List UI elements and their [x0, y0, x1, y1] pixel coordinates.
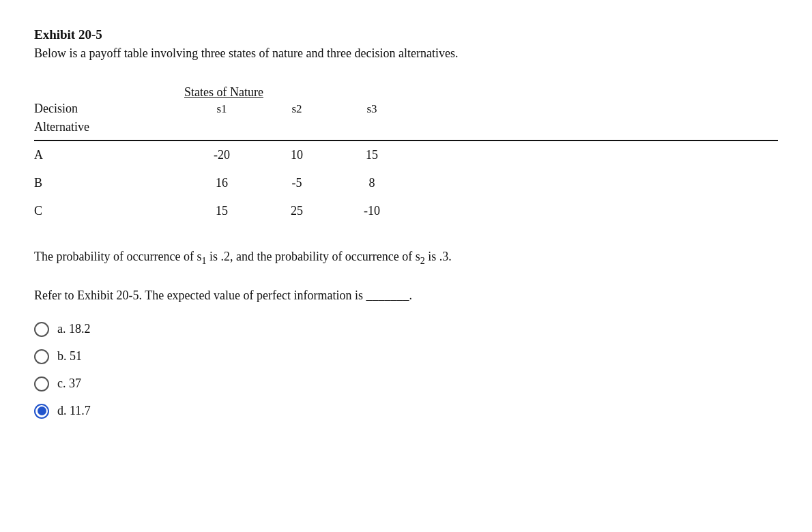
- col-alternative-header: Alternative: [34, 120, 184, 134]
- row-c-s2: 25: [259, 204, 334, 218]
- state-s1-header: s1: [184, 102, 259, 116]
- radio-d[interactable]: [34, 404, 49, 419]
- table-row: A -20 10 15: [34, 141, 778, 169]
- radio-a[interactable]: [34, 322, 49, 337]
- option-c-label: c. 37: [57, 376, 81, 391]
- row-b-s3: 8: [334, 176, 409, 190]
- table-row: B 16 -5 8: [34, 169, 778, 197]
- row-c-s3: -10: [334, 204, 409, 218]
- row-a-alt: A: [34, 148, 184, 162]
- radio-d-inner: [38, 407, 46, 415]
- radio-b[interactable]: [34, 349, 49, 364]
- option-b-label: b. 51: [57, 349, 82, 364]
- row-b-s1: 16: [184, 176, 259, 190]
- option-b[interactable]: b. 51: [34, 349, 778, 364]
- col-decision-header: Decision: [34, 102, 184, 116]
- states-of-nature-label: States of Nature: [184, 85, 263, 100]
- payoff-table: Decision States of Nature s1 s2 s3 Alter…: [34, 85, 778, 225]
- option-d-label: d. 11.7: [57, 404, 91, 418]
- row-a-s3: 15: [334, 148, 409, 162]
- exhibit-title: Exhibit 20-5: [34, 27, 778, 42]
- options-list: a. 18.2 b. 51 c. 37 d. 11.7: [34, 322, 778, 419]
- question-text: Refer to Exhibit 20-5. The expected valu…: [34, 289, 778, 303]
- option-a-label: a. 18.2: [57, 322, 91, 336]
- exhibit-description: Below is a payoff table involving three …: [34, 46, 778, 61]
- row-c-alt: C: [34, 204, 184, 218]
- probability-text: The probability of occurrence of s1 is .…: [34, 250, 778, 267]
- row-b-s2: -5: [259, 176, 334, 190]
- row-c-s1: 15: [184, 204, 259, 218]
- option-a[interactable]: a. 18.2: [34, 322, 778, 337]
- state-s3-header: s3: [334, 102, 409, 116]
- row-b-alt: B: [34, 176, 184, 190]
- table-row: C 15 25 -10: [34, 197, 778, 225]
- option-c[interactable]: c. 37: [34, 376, 778, 391]
- row-a-s1: -20: [184, 148, 259, 162]
- radio-c[interactable]: [34, 376, 49, 391]
- option-d[interactable]: d. 11.7: [34, 404, 778, 419]
- row-a-s2: 10: [259, 148, 334, 162]
- state-s2-header: s2: [259, 102, 334, 116]
